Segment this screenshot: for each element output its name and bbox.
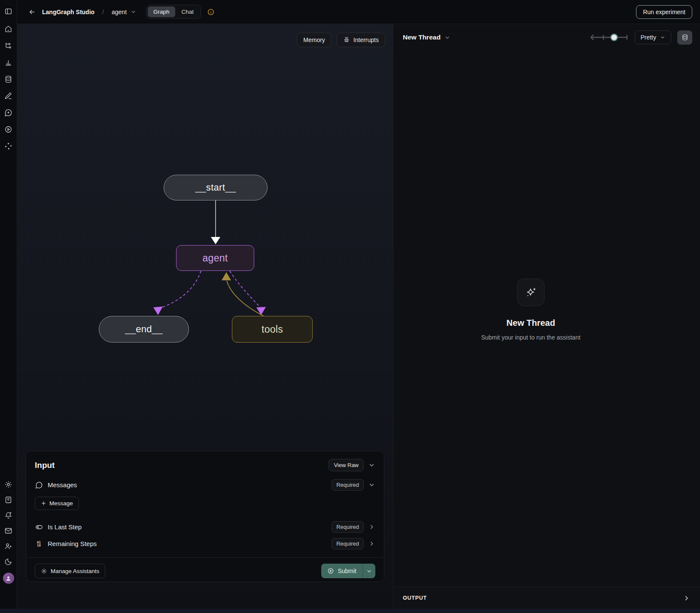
graph-node-agent[interactable]: agent <box>176 245 254 271</box>
rail-bottom-group <box>3 480 14 584</box>
empty-state-title: New Thread <box>506 318 555 328</box>
graph-node-tools[interactable]: tools <box>232 316 313 343</box>
toggle-icon <box>35 523 43 531</box>
pencil-icon[interactable] <box>4 91 13 100</box>
thread-selector[interactable]: New Thread <box>403 33 441 41</box>
submit-split-button: Submit <box>321 564 375 578</box>
user-plus-icon[interactable] <box>4 542 13 550</box>
input-footer-divider <box>26 557 384 558</box>
app-window: LangGraph Studio / agent Graph Chat Run … <box>0 0 700 609</box>
node-agent-label: agent <box>202 252 228 264</box>
submit-button[interactable]: Submit <box>321 564 362 578</box>
bell-plus-icon[interactable] <box>4 511 13 519</box>
workflow-icon[interactable] <box>4 41 13 50</box>
binary-icon: 0110 <box>35 540 43 548</box>
memory-button-label: Memory <box>303 36 325 43</box>
chevron-down-icon[interactable] <box>368 481 375 489</box>
user-avatar[interactable] <box>3 573 14 584</box>
field-label-remaining-steps: Remaining Steps <box>48 540 97 547</box>
home-icon[interactable] <box>4 24 13 33</box>
format-selector-label: Pretty <box>640 34 656 41</box>
empty-thread-state: New Thread Submit your input to run the … <box>423 279 638 341</box>
sparkle-dots-icon[interactable] <box>4 142 13 150</box>
mail-icon[interactable] <box>4 526 13 535</box>
add-message-label: Message <box>49 500 73 507</box>
run-experiment-button[interactable]: Run experiment <box>636 5 692 19</box>
settings-gear-icon[interactable] <box>4 480 13 489</box>
input-footer: Manage Assistants Submit <box>35 564 375 578</box>
input-panel: Input View Raw Messages Required <box>26 451 384 582</box>
chevron-down-icon[interactable] <box>130 9 137 15</box>
collapse-input-chevron-icon[interactable] <box>368 461 375 469</box>
chevron-right-icon <box>682 594 691 602</box>
required-badge: Required <box>332 521 364 533</box>
manage-assistants-label: Manage Assistants <box>51 568 99 574</box>
field-label-is-last-step: Is Last Step <box>48 523 82 531</box>
info-icon[interactable] <box>207 8 215 16</box>
app-title: LangGraph Studio <box>42 9 94 15</box>
tab-chat[interactable]: Chat <box>176 6 200 17</box>
chat-plus-icon[interactable] <box>4 108 13 117</box>
state-view-toggle-button[interactable] <box>677 30 692 45</box>
add-message-button[interactable]: Message <box>35 497 79 510</box>
notes-icon[interactable] <box>4 495 13 504</box>
back-arrow-icon[interactable] <box>28 8 36 16</box>
database-icon[interactable] <box>4 75 13 83</box>
tab-graph[interactable]: Graph <box>148 6 175 17</box>
sidebar-toggle-icon[interactable] <box>4 7 13 15</box>
node-tools-label: tools <box>262 324 283 335</box>
node-start-label: __start__ <box>195 182 236 193</box>
moon-icon[interactable] <box>4 557 13 566</box>
view-raw-button[interactable]: View Raw <box>329 459 364 471</box>
window-bottom-edge <box>0 609 700 613</box>
interrupts-button-label: Interrupts <box>353 36 379 43</box>
rail-top-group <box>4 24 13 150</box>
interrupts-button[interactable]: Interrupts <box>337 33 385 47</box>
chevron-right-icon[interactable] <box>368 540 375 547</box>
field-label-messages: Messages <box>48 481 77 489</box>
output-label: OUTPUT <box>403 595 427 601</box>
graph-node-start[interactable]: __start__ <box>164 175 268 200</box>
graph-node-end[interactable]: __end__ <box>99 316 189 343</box>
bug-icon <box>343 36 350 43</box>
graph-canvas[interactable]: Memory Interrupts __start__ <box>17 24 393 609</box>
thread-header: New Thread Pretty <box>393 24 700 51</box>
breadcrumb-separator: / <box>102 9 104 15</box>
manage-assistants-button[interactable]: Manage Assistants <box>35 564 105 578</box>
field-row-remaining-steps[interactable]: 0110 Remaining Steps Required <box>35 538 375 549</box>
thread-panel: New Thread Pretty <box>393 24 700 609</box>
graph-selector[interactable]: agent <box>112 9 127 15</box>
format-selector-button[interactable]: Pretty <box>635 30 671 44</box>
sparkle-icon <box>517 279 545 306</box>
top-bar: LangGraph Studio / agent Graph Chat Run … <box>17 0 700 24</box>
view-tab-group: Graph Chat <box>146 5 201 19</box>
graph-edges <box>17 24 393 410</box>
required-badge: Required <box>332 479 364 491</box>
field-row-messages[interactable]: Messages Required <box>35 479 375 491</box>
input-panel-header: Input View Raw <box>35 459 375 471</box>
bar-chart-icon[interactable] <box>4 58 13 67</box>
chat-bubble-icon <box>35 481 43 489</box>
canvas-toolbar: Memory Interrupts <box>297 33 385 47</box>
node-end-label: __end__ <box>125 324 163 335</box>
history-slider[interactable] <box>589 33 629 42</box>
memory-button[interactable]: Memory <box>297 33 332 47</box>
empty-state-subtitle: Submit your input to run the assistant <box>481 334 580 341</box>
chevron-down-icon[interactable] <box>444 34 450 41</box>
submit-label: Submit <box>338 567 356 574</box>
chevron-down-icon <box>660 34 666 40</box>
field-row-is-last-step[interactable]: Is Last Step Required <box>35 521 375 533</box>
play-circle-icon[interactable] <box>4 125 13 134</box>
left-rail <box>0 0 17 609</box>
chevron-right-icon[interactable] <box>368 523 375 531</box>
output-section-toggle[interactable]: OUTPUT <box>393 587 700 609</box>
required-badge: Required <box>332 538 364 549</box>
submit-options-chevron[interactable] <box>362 564 375 578</box>
input-title: Input <box>35 461 55 470</box>
